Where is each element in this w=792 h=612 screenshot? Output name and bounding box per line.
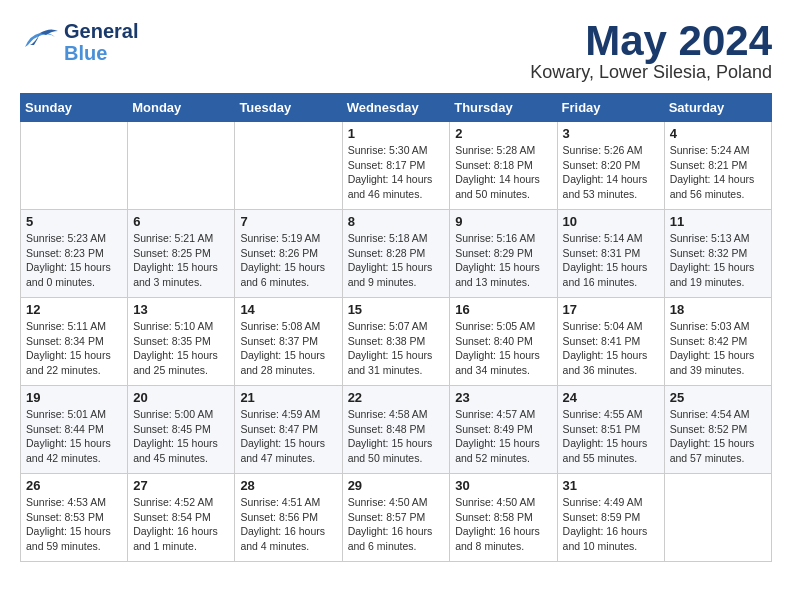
day-info: Sunrise: 5:19 AMSunset: 8:26 PMDaylight:… xyxy=(240,231,336,290)
day-number: 25 xyxy=(670,390,766,405)
calendar-cell: 2Sunrise: 5:28 AMSunset: 8:18 PMDaylight… xyxy=(450,122,557,210)
calendar-cell: 29Sunrise: 4:50 AMSunset: 8:57 PMDayligh… xyxy=(342,474,450,562)
day-number: 17 xyxy=(563,302,659,317)
day-info: Sunrise: 4:51 AMSunset: 8:56 PMDaylight:… xyxy=(240,495,336,554)
logo-blue: Blue xyxy=(64,42,138,64)
day-info: Sunrise: 4:55 AMSunset: 8:51 PMDaylight:… xyxy=(563,407,659,466)
day-info: Sunrise: 5:30 AMSunset: 8:17 PMDaylight:… xyxy=(348,143,445,202)
header-friday: Friday xyxy=(557,94,664,122)
logo: General Blue xyxy=(20,20,138,64)
calendar-cell: 24Sunrise: 4:55 AMSunset: 8:51 PMDayligh… xyxy=(557,386,664,474)
calendar-cell: 22Sunrise: 4:58 AMSunset: 8:48 PMDayligh… xyxy=(342,386,450,474)
day-number: 12 xyxy=(26,302,122,317)
calendar-cell: 3Sunrise: 5:26 AMSunset: 8:20 PMDaylight… xyxy=(557,122,664,210)
days-of-week-row: Sunday Monday Tuesday Wednesday Thursday… xyxy=(21,94,772,122)
day-info: Sunrise: 4:52 AMSunset: 8:54 PMDaylight:… xyxy=(133,495,229,554)
calendar-cell: 27Sunrise: 4:52 AMSunset: 8:54 PMDayligh… xyxy=(128,474,235,562)
calendar-cell: 23Sunrise: 4:57 AMSunset: 8:49 PMDayligh… xyxy=(450,386,557,474)
day-number: 15 xyxy=(348,302,445,317)
day-info: Sunrise: 4:58 AMSunset: 8:48 PMDaylight:… xyxy=(348,407,445,466)
logo-general: General xyxy=(64,20,138,42)
calendar-cell: 18Sunrise: 5:03 AMSunset: 8:42 PMDayligh… xyxy=(664,298,771,386)
day-info: Sunrise: 5:08 AMSunset: 8:37 PMDaylight:… xyxy=(240,319,336,378)
day-info: Sunrise: 5:00 AMSunset: 8:45 PMDaylight:… xyxy=(133,407,229,466)
calendar-cell xyxy=(21,122,128,210)
day-info: Sunrise: 5:28 AMSunset: 8:18 PMDaylight:… xyxy=(455,143,551,202)
header-wednesday: Wednesday xyxy=(342,94,450,122)
header-sunday: Sunday xyxy=(21,94,128,122)
calendar-cell: 6Sunrise: 5:21 AMSunset: 8:25 PMDaylight… xyxy=(128,210,235,298)
day-info: Sunrise: 5:14 AMSunset: 8:31 PMDaylight:… xyxy=(563,231,659,290)
header-monday: Monday xyxy=(128,94,235,122)
calendar-cell xyxy=(128,122,235,210)
day-number: 3 xyxy=(563,126,659,141)
header-thursday: Thursday xyxy=(450,94,557,122)
day-number: 8 xyxy=(348,214,445,229)
calendar-cell: 9Sunrise: 5:16 AMSunset: 8:29 PMDaylight… xyxy=(450,210,557,298)
location-title: Kowary, Lower Silesia, Poland xyxy=(530,62,772,83)
day-info: Sunrise: 5:07 AMSunset: 8:38 PMDaylight:… xyxy=(348,319,445,378)
calendar-cell: 28Sunrise: 4:51 AMSunset: 8:56 PMDayligh… xyxy=(235,474,342,562)
day-number: 19 xyxy=(26,390,122,405)
calendar-cell: 1Sunrise: 5:30 AMSunset: 8:17 PMDaylight… xyxy=(342,122,450,210)
day-number: 5 xyxy=(26,214,122,229)
calendar-cell: 5Sunrise: 5:23 AMSunset: 8:23 PMDaylight… xyxy=(21,210,128,298)
day-number: 4 xyxy=(670,126,766,141)
calendar-cell: 4Sunrise: 5:24 AMSunset: 8:21 PMDaylight… xyxy=(664,122,771,210)
calendar-cell: 17Sunrise: 5:04 AMSunset: 8:41 PMDayligh… xyxy=(557,298,664,386)
day-info: Sunrise: 5:13 AMSunset: 8:32 PMDaylight:… xyxy=(670,231,766,290)
logo-bird-icon xyxy=(20,25,60,60)
day-info: Sunrise: 4:54 AMSunset: 8:52 PMDaylight:… xyxy=(670,407,766,466)
calendar-cell: 26Sunrise: 4:53 AMSunset: 8:53 PMDayligh… xyxy=(21,474,128,562)
day-info: Sunrise: 4:59 AMSunset: 8:47 PMDaylight:… xyxy=(240,407,336,466)
calendar-week-1: 1Sunrise: 5:30 AMSunset: 8:17 PMDaylight… xyxy=(21,122,772,210)
day-number: 22 xyxy=(348,390,445,405)
day-number: 14 xyxy=(240,302,336,317)
calendar-week-3: 12Sunrise: 5:11 AMSunset: 8:34 PMDayligh… xyxy=(21,298,772,386)
day-number: 18 xyxy=(670,302,766,317)
calendar-cell: 14Sunrise: 5:08 AMSunset: 8:37 PMDayligh… xyxy=(235,298,342,386)
calendar-cell: 31Sunrise: 4:49 AMSunset: 8:59 PMDayligh… xyxy=(557,474,664,562)
day-number: 16 xyxy=(455,302,551,317)
calendar-cell: 8Sunrise: 5:18 AMSunset: 8:28 PMDaylight… xyxy=(342,210,450,298)
calendar-cell: 19Sunrise: 5:01 AMSunset: 8:44 PMDayligh… xyxy=(21,386,128,474)
calendar-cell: 16Sunrise: 5:05 AMSunset: 8:40 PMDayligh… xyxy=(450,298,557,386)
day-number: 10 xyxy=(563,214,659,229)
day-number: 2 xyxy=(455,126,551,141)
calendar-week-5: 26Sunrise: 4:53 AMSunset: 8:53 PMDayligh… xyxy=(21,474,772,562)
calendar-cell: 11Sunrise: 5:13 AMSunset: 8:32 PMDayligh… xyxy=(664,210,771,298)
day-info: Sunrise: 5:21 AMSunset: 8:25 PMDaylight:… xyxy=(133,231,229,290)
calendar-body: 1Sunrise: 5:30 AMSunset: 8:17 PMDaylight… xyxy=(21,122,772,562)
calendar-cell xyxy=(235,122,342,210)
day-number: 7 xyxy=(240,214,336,229)
calendar-cell: 13Sunrise: 5:10 AMSunset: 8:35 PMDayligh… xyxy=(128,298,235,386)
calendar-cell: 30Sunrise: 4:50 AMSunset: 8:58 PMDayligh… xyxy=(450,474,557,562)
calendar-cell: 12Sunrise: 5:11 AMSunset: 8:34 PMDayligh… xyxy=(21,298,128,386)
calendar-cell: 7Sunrise: 5:19 AMSunset: 8:26 PMDaylight… xyxy=(235,210,342,298)
day-number: 30 xyxy=(455,478,551,493)
calendar-cell xyxy=(664,474,771,562)
day-info: Sunrise: 5:16 AMSunset: 8:29 PMDaylight:… xyxy=(455,231,551,290)
day-info: Sunrise: 5:10 AMSunset: 8:35 PMDaylight:… xyxy=(133,319,229,378)
day-info: Sunrise: 5:24 AMSunset: 8:21 PMDaylight:… xyxy=(670,143,766,202)
calendar-header: Sunday Monday Tuesday Wednesday Thursday… xyxy=(21,94,772,122)
day-info: Sunrise: 4:49 AMSunset: 8:59 PMDaylight:… xyxy=(563,495,659,554)
day-info: Sunrise: 5:26 AMSunset: 8:20 PMDaylight:… xyxy=(563,143,659,202)
day-number: 24 xyxy=(563,390,659,405)
day-info: Sunrise: 5:23 AMSunset: 8:23 PMDaylight:… xyxy=(26,231,122,290)
day-number: 13 xyxy=(133,302,229,317)
day-info: Sunrise: 5:01 AMSunset: 8:44 PMDaylight:… xyxy=(26,407,122,466)
logo-text: General Blue xyxy=(64,20,138,64)
day-number: 27 xyxy=(133,478,229,493)
calendar-cell: 25Sunrise: 4:54 AMSunset: 8:52 PMDayligh… xyxy=(664,386,771,474)
day-info: Sunrise: 5:18 AMSunset: 8:28 PMDaylight:… xyxy=(348,231,445,290)
calendar-cell: 20Sunrise: 5:00 AMSunset: 8:45 PMDayligh… xyxy=(128,386,235,474)
day-number: 20 xyxy=(133,390,229,405)
calendar-week-4: 19Sunrise: 5:01 AMSunset: 8:44 PMDayligh… xyxy=(21,386,772,474)
header-saturday: Saturday xyxy=(664,94,771,122)
day-info: Sunrise: 5:03 AMSunset: 8:42 PMDaylight:… xyxy=(670,319,766,378)
day-number: 23 xyxy=(455,390,551,405)
day-number: 9 xyxy=(455,214,551,229)
title-block: May 2024 Kowary, Lower Silesia, Poland xyxy=(530,20,772,83)
page-header: General Blue May 2024 Kowary, Lower Sile… xyxy=(20,20,772,83)
